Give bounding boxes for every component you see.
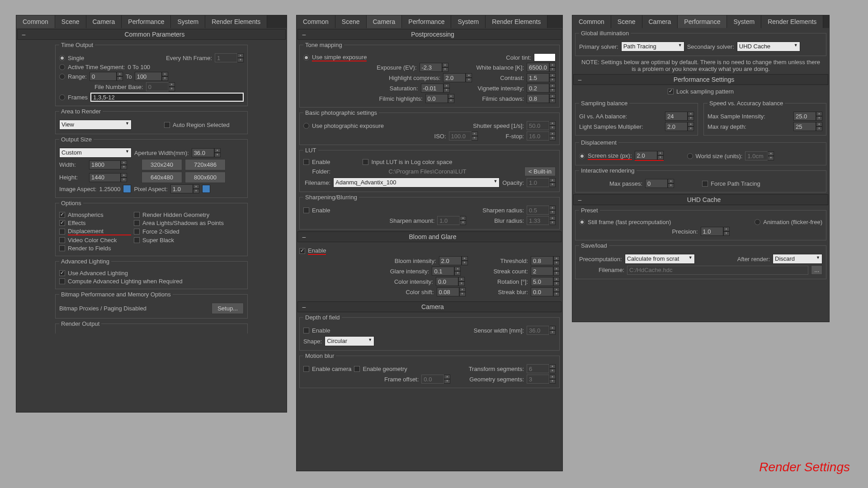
check-lut-log[interactable] [363,159,368,165]
fstop-input[interactable] [527,131,549,141]
tab-camera-2[interactable]: Camera [367,15,402,28]
area-dropdown[interactable]: View [59,120,132,130]
range-from-input[interactable] [90,72,117,81]
tab-render-elements[interactable]: Render Elements [205,15,267,28]
tab-system-3[interactable]: System [727,15,761,28]
setup-button[interactable]: Setup... [212,303,244,314]
check-displacement[interactable] [59,229,65,235]
check-compute-adv[interactable] [59,278,65,284]
light-samples-input[interactable] [665,122,688,131]
tab-system-2[interactable]: System [451,15,486,28]
glare-intensity-input[interactable] [432,267,454,276]
max-passes-input[interactable] [645,179,668,188]
check-area-lights[interactable] [134,220,140,226]
preset-800x600[interactable]: 800x600 [185,172,226,183]
contrast-input[interactable] [527,73,549,82]
tab-common-2[interactable]: Common [297,15,335,28]
blur-radius-input[interactable] [527,216,549,225]
check-atmospherics[interactable] [59,212,65,218]
spin-up[interactable]: ▲ [237,53,244,58]
dof-shape-dropdown[interactable]: Circular [325,336,374,346]
transform-seg-input[interactable] [527,364,549,373]
tab-scene-2[interactable]: Scene [335,15,367,28]
lock-aspect-icon[interactable] [123,185,131,193]
check-super-black[interactable] [134,237,140,243]
lock-pixel-aspect-icon[interactable] [202,185,210,193]
check-sharp-enable[interactable] [303,207,309,213]
frame-offset-input[interactable] [421,375,444,384]
max-ray-input[interactable] [793,122,816,131]
tab-camera-3[interactable]: Camera [642,15,678,28]
section-perf-settings[interactable]: ‒Performance Settings [573,74,828,85]
tab-scene[interactable]: Scene [55,15,86,28]
radio-photo-exposure[interactable] [303,123,309,129]
color-intensity-input[interactable] [436,277,458,286]
preset-640x480[interactable]: 640x480 [142,172,182,183]
tab-performance-3[interactable]: Performance [678,15,727,28]
precision-input[interactable] [701,227,723,236]
tab-common[interactable]: Common [16,15,55,28]
saturation-input[interactable] [421,84,443,93]
sharpen-amount-input[interactable] [437,216,460,225]
builtin-button[interactable]: < Built-in [524,167,556,176]
check-lut-enable[interactable] [303,159,309,165]
secondary-solver-dropdown[interactable]: UHD Cache [737,42,800,52]
radio-range[interactable] [59,74,65,80]
radio-still-frame[interactable] [579,219,585,225]
check-effects[interactable] [59,220,65,226]
precomp-dropdown[interactable]: Calculate from scrat [625,254,695,264]
aperture-input[interactable] [192,148,214,157]
check-bloom-enable[interactable] [299,248,305,254]
radio-world-size[interactable] [687,153,693,159]
check-mb-camera[interactable] [303,366,309,372]
radio-single[interactable] [59,55,65,61]
check-video-color[interactable] [59,237,65,243]
check-mb-geometry[interactable] [354,366,360,372]
after-render-dropdown[interactable]: Discard [773,254,822,264]
rotation-input[interactable] [531,277,553,286]
color-tint-swatch[interactable] [534,53,556,61]
range-to-input[interactable] [135,72,162,81]
check-render-fields[interactable] [59,245,65,251]
every-nth-input[interactable] [215,53,237,62]
tab-render-elements-2[interactable]: Render Elements [486,15,547,28]
section-postprocessing[interactable]: ‒Postprocessing [297,29,561,40]
check-hidden-geo[interactable] [134,212,140,218]
lut-filename-dropdown[interactable]: Adanmq_Advantix_100 [333,178,500,188]
bloom-intensity-input[interactable] [439,256,462,265]
sensor-width-input[interactable] [527,326,549,335]
max-sample-input[interactable] [793,112,816,121]
radio-simple-exposure[interactable] [303,55,309,61]
check-lock-sampling[interactable] [668,89,674,94]
browse-button[interactable]: ... [811,265,822,275]
file-num-input[interactable] [146,82,169,91]
streak-count-input[interactable] [531,267,553,276]
preset-320x240[interactable]: 320x240 [142,159,182,170]
width-input[interactable] [89,160,121,169]
tab-common-3[interactable]: Common [572,15,611,28]
color-shift-input[interactable] [437,287,459,296]
check-auto-region[interactable] [164,122,170,128]
primary-solver-dropdown[interactable]: Path Tracing [621,42,684,52]
world-size-input[interactable] [745,151,768,160]
tab-camera[interactable]: Camera [86,15,122,28]
screen-size-input[interactable] [635,151,657,160]
spin-down[interactable]: ▼ [237,58,244,62]
check-force-2sided[interactable] [134,229,140,235]
radio-screen-size[interactable] [579,153,585,159]
section-common-params[interactable]: ‒Common Parameters [17,29,286,40]
geometry-seg-input[interactable] [527,375,549,384]
filmic-sh-input[interactable] [527,94,549,103]
cache-filename-input[interactable] [627,266,808,275]
white-balance-input[interactable] [527,63,549,72]
pixel-aspect-input[interactable] [170,184,193,193]
section-uhd-cache[interactable]: ‒UHD Cache [573,194,828,205]
section-bloom[interactable]: ‒Bloom and Glare [297,231,561,242]
tab-performance-2[interactable]: Performance [402,15,451,28]
radio-frames[interactable] [59,94,65,100]
output-preset-dropdown[interactable]: Custom [59,148,132,158]
tab-performance[interactable]: Performance [122,15,171,28]
tab-scene-3[interactable]: Scene [611,15,642,28]
filmic-hl-input[interactable] [425,94,448,103]
radio-animation[interactable] [755,219,760,225]
